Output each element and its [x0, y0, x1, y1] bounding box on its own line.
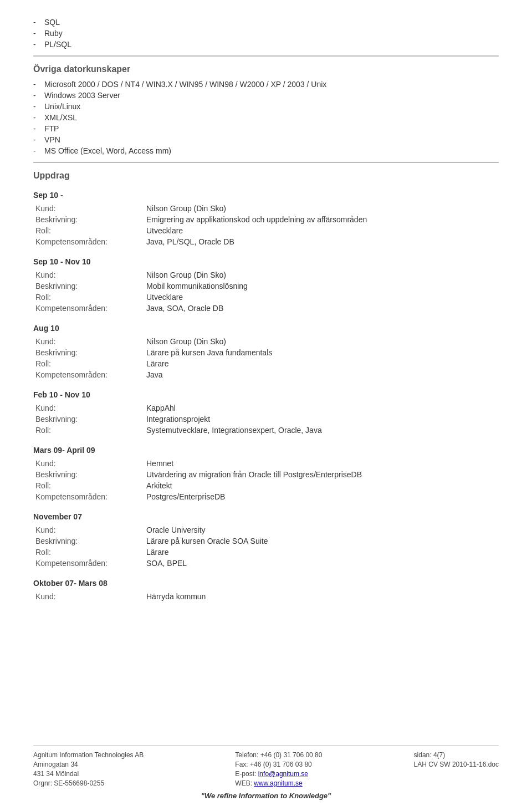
value-beskrivning: Integrationsprojekt: [144, 414, 499, 425]
table-row: Roll: Utvecklare: [33, 292, 499, 303]
footer-page: sidan: 4(7): [414, 751, 499, 759]
value-kund: Härryda kommun: [144, 591, 499, 602]
footer-web: WEB: www.agnitum.se: [235, 779, 322, 787]
page: SQL Ruby PL/SQL Övriga datorkunskaper Mi…: [0, 0, 532, 811]
value-kompetens: Java: [144, 369, 499, 380]
value-kompetens: Java, PL/SQL, Oracle DB: [144, 236, 499, 247]
table-row: Kund: KappAhl: [33, 402, 499, 414]
list-item: XML/XSL: [33, 112, 499, 123]
entry-period-0: Sep 10 -: [33, 191, 499, 200]
table-row: Kompetensområden: SOA, BPEL: [33, 558, 499, 569]
table-row: Kund: Nilson Group (Din Sko): [33, 336, 499, 347]
table-row: Kund: Oracle University: [33, 524, 499, 535]
value-beskrivning: Mobil kommunikationslösning: [144, 280, 499, 292]
label-kund: Kund:: [33, 203, 144, 214]
footer-web-link[interactable]: www.agnitum.se: [254, 779, 302, 787]
label-kompetens: Kompetensområden:: [33, 236, 144, 247]
table-row: Beskrivning: Emigrering av applikationsk…: [33, 214, 499, 225]
footer-fax: Fax: +46 (0) 31 706 03 80: [235, 761, 322, 768]
footer: Agnitum Information Technologies AB Amin…: [33, 745, 499, 787]
label-beskrivning: Beskrivning:: [33, 347, 144, 358]
label-kompetens: Kompetensområden:: [33, 558, 144, 569]
table-row: Kompetensområden: Postgres/EnterpriseDB: [33, 491, 499, 502]
list-item: Windows 2003 Server: [33, 90, 499, 101]
value-kund: Hemnet: [144, 458, 499, 469]
label-roll: Roll:: [33, 480, 144, 491]
divider-uppdrag: [33, 162, 499, 163]
entry-table-6: Kund: Härryda kommun: [33, 591, 499, 602]
footer-docname: LAH CV SW 2010-11-16.doc: [414, 761, 499, 768]
value-roll: Utvecklare: [144, 292, 499, 303]
entry-period-1: Sep 10 - Nov 10: [33, 257, 499, 266]
section-title-ovriga: Övriga datorkunskaper: [33, 64, 499, 74]
footer-col-1: Agnitum Information Technologies AB Amin…: [33, 751, 144, 787]
table-row: Beskrivning: Mobil kommunikationslösning: [33, 280, 499, 292]
footer-web-prefix: WEB:: [235, 779, 254, 787]
table-row: Kund: Härryda kommun: [33, 591, 499, 602]
entry-table-2: Kund: Nilson Group (Din Sko) Beskrivning…: [33, 336, 499, 380]
value-roll: Utvecklare: [144, 225, 499, 236]
label-kund: Kund:: [33, 458, 144, 469]
label-beskrivning: Beskrivning:: [33, 414, 144, 425]
entry-table-1: Kund: Nilson Group (Din Sko) Beskrivning…: [33, 269, 499, 314]
value-roll: Lärare: [144, 547, 499, 558]
table-row: Kund: Nilson Group (Din Sko): [33, 269, 499, 280]
entry-table-0: Kund: Nilson Group (Din Sko) Beskrivning…: [33, 203, 499, 247]
table-row: Kompetensområden: Java, SOA, Oracle DB: [33, 303, 499, 314]
entry-table-3: Kund: KappAhl Beskrivning: Integrationsp…: [33, 402, 499, 436]
footer-email-prefix: E-post:: [235, 770, 258, 778]
list-item: Ruby: [33, 28, 499, 39]
value-roll: Lärare: [144, 358, 499, 369]
value-beskrivning: Emigrering av applikationskod och uppdel…: [144, 214, 499, 225]
table-row: Roll: Utvecklare: [33, 225, 499, 236]
label-kompetens: Kompetensområden:: [33, 491, 144, 502]
list-item: Microsoft 2000 / DOS / NT4 / WIN3.X / WI…: [33, 79, 499, 90]
value-kund: Nilson Group (Din Sko): [144, 203, 499, 214]
list-item: VPN: [33, 134, 499, 145]
table-row: Roll: Lärare: [33, 358, 499, 369]
footer-company: Agnitum Information Technologies AB: [33, 751, 144, 759]
table-row: Kompetensområden: Java, PL/SQL, Oracle D…: [33, 236, 499, 247]
value-beskrivning: Lärare på kursen Oracle SOA Suite: [144, 535, 499, 547]
entry-period-6: Oktober 07- Mars 08: [33, 579, 499, 588]
table-row: Beskrivning: Utvärdering av migration fr…: [33, 469, 499, 480]
entry-period-5: November 07: [33, 512, 499, 521]
footer-email: E-post: info@agnitum.se: [235, 770, 322, 778]
list-item: Unix/Linux: [33, 101, 499, 112]
main-content: SQL Ruby PL/SQL Övriga datorkunskaper Mi…: [33, 17, 499, 728]
list-item: PL/SQL: [33, 39, 499, 50]
ovriga-list: Microsoft 2000 / DOS / NT4 / WIN3.X / WI…: [33, 79, 499, 156]
label-kompetens: Kompetensområden:: [33, 303, 144, 314]
label-kund: Kund:: [33, 402, 144, 414]
table-row: Beskrivning: Integrationsprojekt: [33, 414, 499, 425]
table-row: Kompetensområden: Java: [33, 369, 499, 380]
entry-period-3: Feb 10 - Nov 10: [33, 390, 499, 399]
table-row: Roll: Lärare: [33, 547, 499, 558]
value-roll: Arkitekt: [144, 480, 499, 491]
value-kompetens: Postgres/EnterpriseDB: [144, 491, 499, 502]
footer-col-2: Telefon: +46 (0) 31 706 00 80 Fax: +46 (…: [235, 751, 322, 787]
section-title-uppdrag: Uppdrag: [33, 171, 499, 181]
table-row: Beskrivning: Lärare på kursen Java funda…: [33, 347, 499, 358]
label-beskrivning: Beskrivning:: [33, 535, 144, 547]
footer-tagline: "We refine Information to Knowledge": [33, 792, 499, 800]
footer-city: 431 34 Mölndal: [33, 770, 144, 778]
label-beskrivning: Beskrivning:: [33, 280, 144, 292]
table-row: Roll: Arkitekt: [33, 480, 499, 491]
footer-phone: Telefon: +46 (0) 31 706 00 80: [235, 751, 322, 759]
value-kund: KappAhl: [144, 402, 499, 414]
value-beskrivning: Utvärdering av migration från Oracle til…: [144, 469, 499, 480]
label-beskrivning: Beskrivning:: [33, 469, 144, 480]
entry-period-2: Aug 10: [33, 324, 499, 333]
label-roll: Roll:: [33, 425, 144, 436]
entry-table-4: Kund: Hemnet Beskrivning: Utvärdering av…: [33, 458, 499, 502]
intro-list: SQL Ruby PL/SQL: [33, 17, 499, 50]
table-row: Beskrivning: Lärare på kursen Oracle SOA…: [33, 535, 499, 547]
label-kund: Kund:: [33, 524, 144, 535]
footer-street: Aminogatan 34: [33, 761, 144, 768]
label-roll: Roll:: [33, 292, 144, 303]
table-row: Kund: Nilson Group (Din Sko): [33, 203, 499, 214]
value-kund: Oracle University: [144, 524, 499, 535]
entry-period-4: Mars 09- April 09: [33, 446, 499, 455]
footer-email-link[interactable]: info@agnitum.se: [258, 770, 308, 778]
